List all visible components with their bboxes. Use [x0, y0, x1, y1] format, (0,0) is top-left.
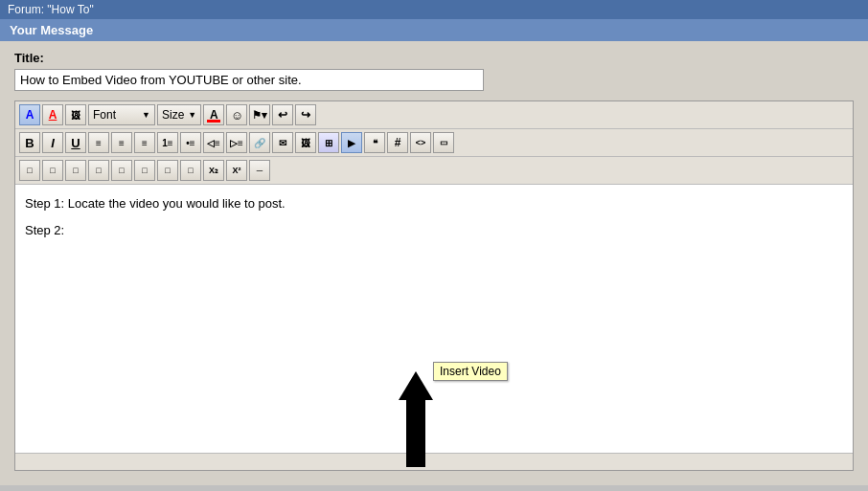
format-a1-btn[interactable]: A [19, 104, 40, 125]
r3-btn-4[interactable]: □ [88, 160, 109, 181]
outdent-btn[interactable]: ◁≡ [203, 132, 224, 153]
ordered-list-btn[interactable]: 1≡ [157, 132, 178, 153]
image-btn[interactable]: 🖼 [295, 132, 316, 153]
title-label: Title: [14, 51, 854, 65]
align-left-btn[interactable]: ≡ [88, 132, 109, 153]
forum-bar: Forum: "How To" [0, 0, 868, 19]
subscript-btn[interactable]: X₂ [203, 160, 224, 181]
r3-btn-8[interactable]: □ [180, 160, 201, 181]
hr-btn[interactable]: ─ [249, 160, 270, 181]
image-placeholder-btn[interactable]: 🖼 [65, 104, 86, 125]
editor-content[interactable]: Step 1: Locate the video you would like … [15, 185, 853, 453]
undo-btn[interactable]: ↩ [272, 104, 293, 125]
hash-btn[interactable]: # [387, 132, 408, 153]
title-input[interactable] [14, 69, 484, 91]
arrow-shaft [406, 400, 425, 467]
size-dropdown[interactable]: Size ▼ [157, 104, 201, 125]
arrow-annotation [399, 371, 433, 467]
editor-line-1: Step 1: Locate the video you would like … [25, 194, 843, 213]
smiley-btn[interactable]: ☺ [226, 104, 247, 125]
unordered-list-btn[interactable]: •≡ [180, 132, 201, 153]
flag-btn[interactable]: ⚑▾ [249, 104, 270, 125]
r3-btn-5[interactable]: □ [111, 160, 132, 181]
link-btn[interactable]: 🔗 [249, 132, 270, 153]
r3-btn-1[interactable]: □ [19, 160, 40, 181]
redo-btn[interactable]: ↪ [295, 104, 316, 125]
toolbar-row-3: □ □ □ □ □ □ □ □ X₂ X² ─ [15, 157, 853, 185]
code-btn[interactable]: <> [410, 132, 431, 153]
table-btn[interactable]: ⊞ [318, 132, 339, 153]
spoiler-btn[interactable]: ▭ [433, 132, 454, 153]
superscript-btn[interactable]: X² [226, 160, 247, 181]
r3-btn-3[interactable]: □ [65, 160, 86, 181]
email-btn[interactable]: ✉ [272, 132, 293, 153]
insert-video-tooltip: Insert Video [433, 362, 508, 381]
align-right-btn[interactable]: ≡ [134, 132, 155, 153]
editor-footer [15, 453, 853, 470]
format-a2-btn[interactable]: A [42, 104, 63, 125]
r3-btn-7[interactable]: □ [157, 160, 178, 181]
italic-btn[interactable]: I [42, 132, 63, 153]
indent-btn[interactable]: ▷≡ [226, 132, 247, 153]
toolbar-row-1: A A 🖼 Font ▼ Size ▼ A ☺ ⚑▾ ↩ ↪ [15, 101, 853, 129]
color-btn[interactable]: A [203, 104, 224, 125]
editor-line-2: Step 2: [25, 221, 843, 240]
bold-btn[interactable]: B [19, 132, 40, 153]
align-center-btn[interactable]: ≡ [111, 132, 132, 153]
quote-btn[interactable]: ❝ [364, 132, 385, 153]
arrow-head [399, 371, 433, 400]
underline-btn[interactable]: U [65, 132, 86, 153]
your-message-header: Your Message [0, 19, 868, 41]
toolbar-row-2: B I U ≡ ≡ ≡ 1≡ •≡ ◁≡ ▷≡ 🔗 ✉ 🖼 ⊞ ▶ ❝ # <>… [15, 129, 853, 157]
r3-btn-2[interactable]: □ [42, 160, 63, 181]
title-section: Title: [14, 51, 854, 91]
insert-video-btn[interactable]: ▶ [341, 132, 362, 153]
editor-wrapper: A A 🖼 Font ▼ Size ▼ A ☺ ⚑▾ ↩ ↪ B I U ≡ ≡… [14, 100, 854, 471]
font-dropdown[interactable]: Font ▼ [88, 104, 155, 125]
forum-bar-text: Forum: "How To" [8, 3, 94, 16]
r3-btn-6[interactable]: □ [134, 160, 155, 181]
